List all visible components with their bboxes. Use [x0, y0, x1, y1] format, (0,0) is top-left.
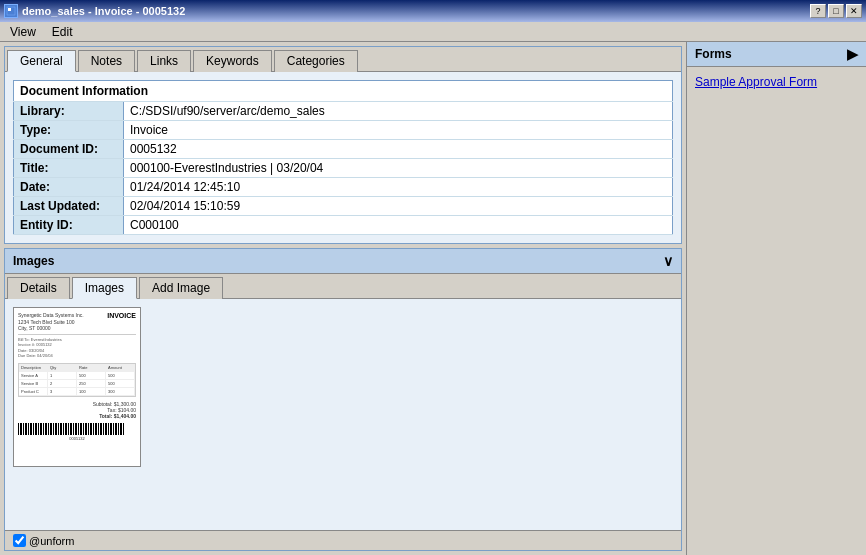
field-value-entityid: C000100	[124, 216, 673, 235]
field-label-type: Type:	[14, 121, 124, 140]
tab-links[interactable]: Links	[137, 50, 191, 72]
field-value-title: 000100-EverestIndustries | 03/20/04	[124, 159, 673, 178]
table-row: Document ID: 0005132	[14, 140, 673, 159]
unform-checkbox[interactable]	[13, 534, 26, 547]
tab-bar: General Notes Links Keywords Categories	[5, 47, 681, 72]
tab-categories[interactable]: Categories	[274, 50, 358, 72]
field-value-lastupdated: 02/04/2014 15:10:59	[124, 197, 673, 216]
images-tab-bar: Details Images Add Image	[5, 274, 681, 299]
menu-view[interactable]: View	[2, 23, 44, 41]
table-row: Last Updated: 02/04/2014 15:10:59	[14, 197, 673, 216]
forms-expand-icon[interactable]: ▶	[847, 46, 858, 62]
field-value-docid: 0005132	[124, 140, 673, 159]
table-row: Type: Invoice	[14, 121, 673, 140]
images-collapse-icon[interactable]: ∨	[663, 253, 673, 269]
table-row: Library: C:/SDSI/uf90/server/arc/demo_sa…	[14, 102, 673, 121]
left-panel: General Notes Links Keywords Categories …	[0, 42, 686, 555]
field-label-library: Library:	[14, 102, 124, 121]
unform-label: @unform	[29, 535, 74, 547]
field-value-library: C:/SDSI/uf90/server/arc/demo_sales	[124, 102, 673, 121]
field-label-entityid: Entity ID:	[14, 216, 124, 235]
images-content: Synergetic Data Systems Inc. 1234 Tech B…	[5, 299, 681, 530]
images-tab-details[interactable]: Details	[7, 277, 70, 299]
tab-notes[interactable]: Notes	[78, 50, 135, 72]
invoice-thumbnail[interactable]: Synergetic Data Systems Inc. 1234 Tech B…	[13, 307, 141, 467]
tab-keywords[interactable]: Keywords	[193, 50, 272, 72]
doc-info-header: Document Information	[14, 81, 673, 102]
main-content: General Notes Links Keywords Categories …	[0, 42, 866, 555]
close-button[interactable]: ✕	[846, 4, 862, 18]
table-row: Date: 01/24/2014 12:45:10	[14, 178, 673, 197]
menu-bar: View Edit	[0, 22, 866, 42]
forms-header: Forms ▶	[687, 42, 866, 67]
top-section: General Notes Links Keywords Categories …	[4, 46, 682, 244]
forms-content: Sample Approval Form	[687, 67, 866, 97]
images-tab-add[interactable]: Add Image	[139, 277, 223, 299]
menu-edit[interactable]: Edit	[44, 23, 81, 41]
images-section-header[interactable]: Images ∨	[5, 249, 681, 274]
images-tab-images[interactable]: Images	[72, 277, 137, 299]
barcode-image	[18, 423, 124, 435]
field-label-docid: Document ID:	[14, 140, 124, 159]
field-label-date: Date:	[14, 178, 124, 197]
table-row: Entity ID: C000100	[14, 216, 673, 235]
field-label-lastupdated: Last Updated:	[14, 197, 124, 216]
field-value-type: Invoice	[124, 121, 673, 140]
images-section-title: Images	[13, 254, 54, 268]
maximize-button[interactable]: □	[828, 4, 844, 18]
bottom-bar: @unform	[5, 530, 681, 550]
help-button[interactable]: ?	[810, 4, 826, 18]
svg-rect-1	[8, 8, 11, 11]
right-panel: Forms ▶ Sample Approval Form	[686, 42, 866, 555]
field-label-title: Title:	[14, 159, 124, 178]
table-row: Title: 000100-EverestIndustries | 03/20/…	[14, 159, 673, 178]
title-bar: demo_sales - Invoice - 0005132 ? □ ✕	[0, 0, 866, 22]
field-value-date: 01/24/2014 12:45:10	[124, 178, 673, 197]
tab-general[interactable]: General	[7, 50, 76, 72]
forms-title: Forms	[695, 47, 732, 61]
info-section: Document Information Library: C:/SDSI/uf…	[5, 72, 681, 243]
images-section: Images ∨ Details Images Add Image Synerg…	[4, 248, 682, 551]
forms-item-approval[interactable]: Sample Approval Form	[695, 75, 858, 89]
window-controls[interactable]: ? □ ✕	[810, 4, 862, 18]
window-title: demo_sales - Invoice - 0005132	[22, 5, 185, 17]
document-info-table: Document Information Library: C:/SDSI/uf…	[13, 80, 673, 235]
app-icon	[4, 4, 18, 18]
